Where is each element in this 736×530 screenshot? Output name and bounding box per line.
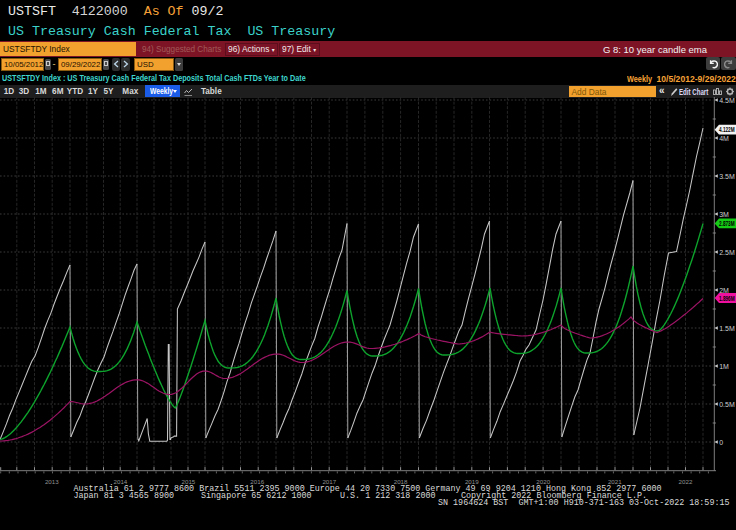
svg-text:2022: 2022 <box>679 478 693 485</box>
svg-text:0.5M: 0.5M <box>719 401 735 408</box>
svg-text:0: 0 <box>719 439 723 446</box>
svg-text:1.896M: 1.896M <box>719 295 735 302</box>
svg-text:2013: 2013 <box>45 478 59 485</box>
svg-text:4M: 4M <box>719 135 729 142</box>
svg-text:1.5M: 1.5M <box>719 325 735 332</box>
svg-text:3.5M: 3.5M <box>719 173 735 180</box>
svg-text:2M: 2M <box>719 287 729 294</box>
svg-text:4.5M: 4.5M <box>719 97 735 104</box>
svg-text:4.122M: 4.122M <box>719 126 735 133</box>
svg-text:3M: 3M <box>719 211 729 218</box>
svg-text:1M: 1M <box>719 363 729 370</box>
svg-text:2.873M: 2.873M <box>719 220 735 227</box>
svg-text:2.5M: 2.5M <box>719 249 735 256</box>
